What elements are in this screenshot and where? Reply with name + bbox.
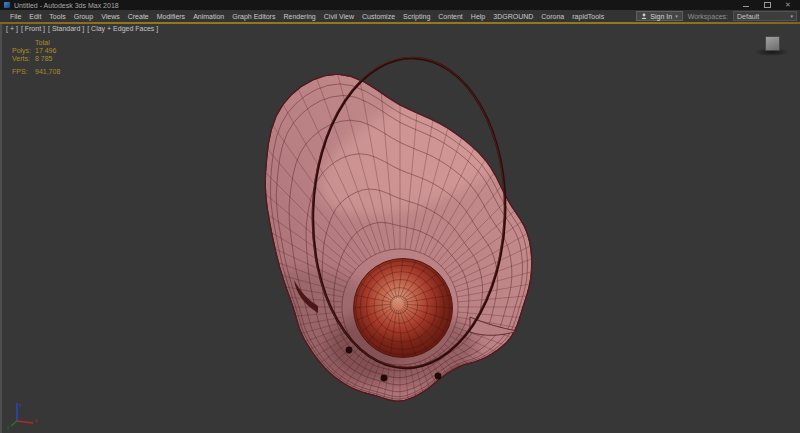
view-cube[interactable]	[755, 35, 789, 59]
axis-y-label: y	[7, 424, 10, 430]
menu-bar-right: Sign In ▾ Workspaces: Default ▾	[636, 11, 797, 21]
viewport-front[interactable]: [ + ][ Front ][ Standard ][ Clay + Edged…	[0, 24, 800, 433]
axis-z-label: z	[19, 402, 22, 408]
chevron-down-icon: ▾	[675, 14, 678, 19]
stats-row-fps: FPS:941,708	[12, 68, 60, 76]
workspaces-label: Workspaces:	[688, 13, 728, 20]
workspaces-value: Default	[737, 13, 759, 20]
menu-views[interactable]: Views	[97, 13, 124, 20]
viewport-label-segment-1[interactable]: [ Front ]	[21, 25, 45, 32]
menu-create[interactable]: Create	[124, 13, 153, 20]
stats-total-header: Total	[35, 39, 60, 47]
application-window: Untitled - Autodesk 3ds Max 2018 ✕ FileE…	[0, 0, 800, 433]
menu-graph-editors[interactable]: Graph Editors	[228, 13, 279, 20]
menu-corona[interactable]: Corona	[537, 13, 568, 20]
menu-group[interactable]: Group	[70, 13, 97, 20]
scene-3d[interactable]	[0, 24, 800, 433]
app-logo-icon	[4, 2, 10, 8]
workspaces-dropdown[interactable]: Default ▾	[733, 11, 797, 21]
stats-value: 941,708	[35, 68, 60, 76]
menu-scripting[interactable]: Scripting	[399, 13, 434, 20]
world-axis-gizmo: zxy	[6, 400, 46, 430]
stats-label: FPS:	[12, 68, 35, 76]
stats-row-polys: Polys:17 496	[12, 47, 60, 55]
menu-customize[interactable]: Customize	[358, 13, 399, 20]
sign-in-button[interactable]: Sign In ▾	[636, 11, 682, 21]
stats-row-verts: Verts:8 785	[12, 55, 60, 63]
menu-rapidtools[interactable]: rapidTools	[568, 13, 608, 20]
menu-content[interactable]: Content	[434, 13, 467, 20]
menu-tools[interactable]: Tools	[45, 13, 69, 20]
menu-bar: FileEditToolsGroupViewsCreateModifiersAn…	[0, 10, 800, 22]
stats-value: 17 496	[35, 47, 56, 55]
sign-in-label: Sign In	[650, 13, 672, 20]
menu-rendering[interactable]: Rendering	[279, 13, 319, 20]
viewcube-cube[interactable]	[765, 36, 780, 51]
title-bar: Untitled - Autodesk 3ds Max 2018 ✕	[0, 0, 800, 10]
axis-x-label: x	[35, 417, 38, 423]
main-menus: FileEditToolsGroupViewsCreateModifiersAn…	[6, 13, 608, 20]
menu-file[interactable]: File	[6, 13, 25, 20]
minimize-icon[interactable]	[742, 1, 750, 9]
user-icon	[641, 13, 647, 19]
viewport-label: [ + ][ Front ][ Standard ][ Clay + Edged…	[6, 25, 158, 32]
menu-modifiers[interactable]: Modifiers	[153, 13, 189, 20]
window-title: Untitled - Autodesk 3ds Max 2018	[14, 2, 119, 9]
viewport-label-segment-3[interactable]: [ Clay + Edged Faces ]	[87, 25, 158, 32]
window-controls: ✕	[742, 1, 797, 9]
menu-edit[interactable]: Edit	[25, 13, 45, 20]
chevron-down-icon: ▾	[790, 14, 793, 19]
viewport-label-segment-2[interactable]: [ Standard ]	[48, 25, 84, 32]
menu-help[interactable]: Help	[467, 13, 489, 20]
stats-label: Polys:	[12, 47, 35, 55]
menu-3dground[interactable]: 3DGROUND	[489, 13, 537, 20]
stats-label: Verts:	[12, 55, 35, 63]
menu-civil-view[interactable]: Civil View	[320, 13, 358, 20]
viewport-label-segment-0[interactable]: [ + ]	[6, 25, 18, 32]
menu-animation[interactable]: Animation	[189, 13, 228, 20]
close-icon[interactable]: ✕	[784, 1, 792, 9]
maximize-icon[interactable]	[763, 1, 771, 9]
viewport-statistics: TotalPolys:17 496Verts:8 785FPS:941,708	[12, 39, 60, 76]
stats-value: 8 785	[35, 55, 53, 63]
